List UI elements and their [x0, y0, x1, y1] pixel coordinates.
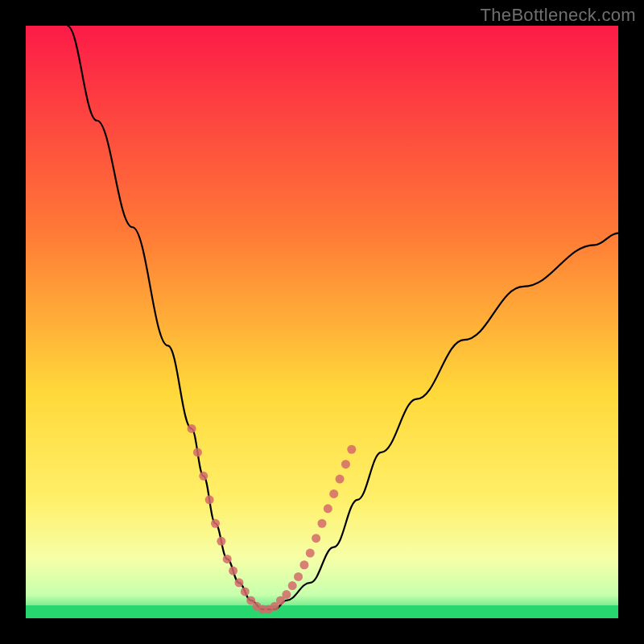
sample-dot: [324, 504, 332, 513]
sample-dot: [199, 472, 208, 481]
bottleneck-chart: [0, 0, 644, 644]
sample-dot: [205, 495, 214, 504]
sample-dot: [341, 460, 350, 469]
chart-frame: { "watermark": "TheBottleneck.com", "col…: [0, 0, 644, 644]
sample-dot: [229, 567, 237, 576]
sample-dot: [188, 424, 196, 433]
sample-dot: [217, 537, 225, 546]
sample-dot: [306, 549, 315, 558]
sample-dot: [299, 560, 308, 569]
sample-dot: [347, 445, 356, 454]
sample-dot: [288, 581, 297, 590]
sample-dot: [211, 519, 220, 528]
sample-dot: [318, 519, 327, 528]
sample-dot: [282, 590, 291, 599]
sample-dot: [234, 578, 243, 587]
sample-dot: [294, 572, 303, 581]
sample-dot: [193, 448, 202, 456]
sample-dot: [241, 587, 250, 596]
sample-dot: [336, 475, 345, 484]
plot-background: [26, 26, 618, 618]
sample-dot: [312, 534, 320, 543]
green-bottom-band: [26, 605, 618, 618]
sample-dot: [223, 555, 232, 564]
sample-dot: [329, 489, 338, 498]
